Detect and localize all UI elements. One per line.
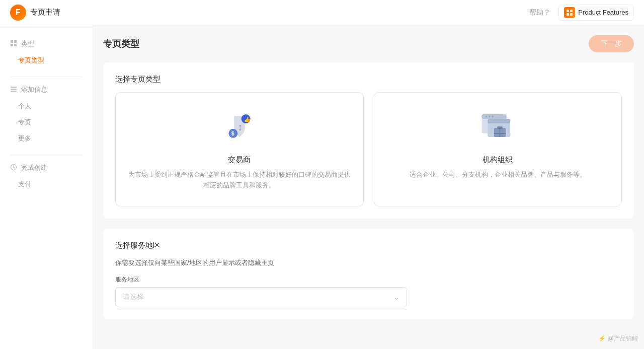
trader-illustration: ↕ $ 👍 [214, 108, 265, 148]
type-card-row: ↕ $ 👍 交易商 为市场上受到正规严格金融监管且在市场上保持相对较好的口碑的交… [115, 92, 622, 206]
sidebar-item-personal[interactable]: 个人 [0, 98, 93, 114]
sidebar-item-page[interactable]: 专页 [0, 114, 93, 130]
sidebar-divider-1 [10, 77, 83, 77]
sidebar-section-complete-header: 完成创建 [0, 159, 93, 176]
sidebar-section-add-info-header: 添加信息 [0, 81, 93, 98]
trader-card-desc: 为市场上受到正规严格金融监管且在市场上保持相对较好的口碑的交易商提供相应的品牌工… [128, 170, 351, 191]
svg-rect-7 [14, 44, 17, 46]
product-features-icon [564, 7, 575, 18]
org-card[interactable]: 机构组织 适合企业、公司、分支机构，企业相关品牌、产品与服务等。 [374, 92, 622, 206]
sidebar-section-type-header: 类型 [0, 35, 93, 52]
grid-icon [10, 40, 17, 48]
svg-text:$: $ [231, 130, 234, 136]
header: F 专页申请 帮助？ Product Features [0, 0, 644, 25]
section-select-type: 选择专页类型 ↕ $ [103, 62, 634, 219]
svg-rect-5 [14, 40, 17, 43]
logo-icon: F [10, 5, 26, 21]
sidebar: 类型 专页类型 添加信息 个人 专页 更多 [0, 25, 93, 349]
section-select-type-title: 选择专页类型 [115, 75, 622, 84]
header-left: F 专页申请 [10, 5, 60, 21]
sidebar-divider-2 [10, 155, 83, 155]
section-service-area: 选择服务地区 你需要选择仅向某些国家/地区的用户显示或者隐藏主页 服务地区 请选… [103, 229, 634, 319]
sidebar-section-complete: 完成创建 支付 [0, 159, 93, 192]
svg-rect-2 [567, 13, 569, 16]
watermark-text: ⚡ @产品锦鲤 [598, 334, 638, 343]
sidebar-section-type-label: 类型 [21, 39, 34, 48]
svg-rect-1 [570, 10, 573, 12]
main-layout: 类型 专页类型 添加信息 个人 专页 更多 [0, 25, 644, 349]
clock-icon [10, 164, 17, 172]
service-area-desc: 你需要选择仅向某些国家/地区的用户显示或者隐藏主页 [115, 258, 622, 267]
section-service-area-title: 选择服务地区 [115, 241, 622, 250]
chevron-down-icon: ⌄ [393, 293, 399, 301]
svg-rect-4 [11, 40, 13, 43]
sidebar-item-pay[interactable]: 支付 [0, 176, 93, 192]
header-right: 帮助？ Product Features [529, 5, 634, 21]
svg-rect-8 [11, 87, 17, 88]
list-icon [10, 86, 17, 94]
svg-rect-25 [488, 119, 510, 123]
trader-card-name: 交易商 [228, 155, 251, 165]
sidebar-section-add-info-label: 添加信息 [21, 85, 47, 94]
sidebar-item-page-type[interactable]: 专页类型 [0, 52, 93, 68]
svg-point-22 [489, 116, 491, 118]
content-header: 专页类型 下一步 [103, 35, 634, 52]
watermark: ⚡ @产品锦鲤 [598, 334, 638, 343]
org-card-desc: 适合企业、公司、分支机构，企业相关品牌、产品与服务等。 [410, 170, 586, 180]
page-title: 专页类型 [103, 38, 139, 50]
svg-line-13 [14, 167, 15, 168]
service-area-select[interactable]: 请选择 ⌄ [115, 287, 407, 307]
content-area: 专页类型 下一步 选择专页类型 ↕ $ [93, 25, 644, 349]
svg-rect-9 [11, 89, 17, 90]
svg-text:↕: ↕ [237, 121, 243, 132]
sidebar-item-more[interactable]: 更多 [0, 130, 93, 147]
svg-rect-10 [11, 91, 17, 92]
product-features-label: Product Features [578, 9, 628, 16]
svg-rect-6 [11, 44, 13, 46]
svg-point-21 [486, 116, 488, 118]
svg-text:👍: 👍 [244, 116, 251, 123]
trader-card[interactable]: ↕ $ 👍 交易商 为市场上受到正规严格金融监管且在市场上保持相对较好的口碑的交… [115, 92, 364, 206]
sidebar-section-type: 类型 专页类型 [0, 35, 93, 68]
svg-point-23 [492, 116, 494, 118]
logo-letter: F [16, 8, 21, 17]
svg-rect-0 [567, 10, 569, 12]
sidebar-section-add-info: 添加信息 个人 专页 更多 [0, 81, 93, 147]
service-select-label: 服务地区 [115, 275, 622, 284]
product-features-button[interactable]: Product Features [558, 5, 634, 21]
sidebar-section-complete-label: 完成创建 [21, 163, 47, 172]
service-select-placeholder: 请选择 [123, 293, 144, 302]
org-illustration [472, 108, 523, 148]
header-title: 专页申请 [30, 8, 60, 17]
next-button[interactable]: 下一步 [589, 35, 634, 52]
org-card-name: 机构组织 [482, 155, 513, 165]
svg-rect-3 [570, 13, 573, 16]
help-link[interactable]: 帮助？ [529, 8, 550, 17]
